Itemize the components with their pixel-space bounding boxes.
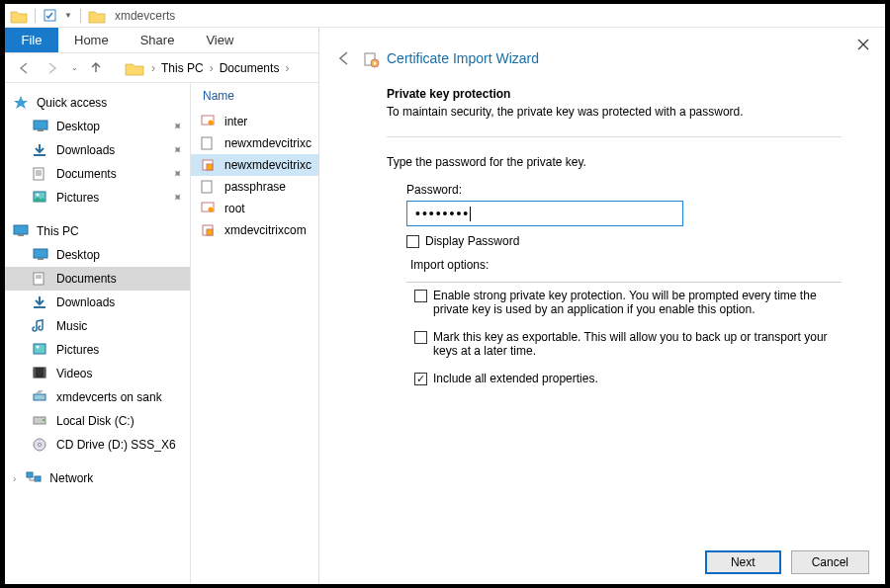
nav-desktop[interactable]: Desktop ✦ — [5, 115, 190, 138]
pfx-icon — [201, 158, 217, 172]
nav-downloads[interactable]: Downloads ✦ — [5, 138, 190, 162]
extended-properties-label: Include all extended properties. — [433, 372, 598, 385]
folder-icon — [126, 61, 141, 75]
svg-rect-39 — [207, 229, 213, 235]
svg-rect-4 — [34, 168, 44, 180]
svg-point-31 — [209, 121, 214, 126]
import-options-label: Import options: — [406, 258, 492, 272]
forward-button[interactable] — [43, 58, 62, 78]
svg-point-27 — [39, 444, 42, 447]
exportable-label: Mark this key as exportable. This will a… — [433, 330, 834, 358]
folder-icon — [11, 9, 27, 23]
document-icon — [33, 272, 48, 286]
video-icon — [33, 367, 48, 380]
disk-icon — [33, 414, 48, 428]
extended-properties-checkbox[interactable] — [414, 373, 427, 385]
nav-pane: Quick access Desktop ✦ Downloads ✦ — [5, 83, 191, 584]
network-icon — [26, 471, 42, 485]
network-drive-icon — [33, 390, 48, 404]
svg-rect-22 — [44, 368, 45, 378]
svg-rect-32 — [202, 137, 212, 149]
svg-rect-14 — [34, 273, 44, 285]
pin-icon: ✦ — [169, 119, 186, 135]
file-icon — [201, 136, 217, 150]
strong-protection-checkbox[interactable] — [414, 290, 427, 302]
wizard-icon — [363, 51, 379, 65]
password-label: Password: — [406, 183, 842, 201]
nav-pc-pictures[interactable]: Pictures — [5, 338, 190, 362]
close-button[interactable] — [849, 34, 877, 55]
password-input[interactable]: •••••••• — [406, 201, 683, 226]
tab-file[interactable]: File — [5, 28, 58, 52]
crumb-this-pc[interactable]: This PC — [161, 61, 204, 75]
pictures-icon — [33, 343, 48, 357]
chevron-right-icon[interactable]: › — [208, 61, 216, 75]
desktop-icon — [33, 120, 48, 133]
pin-icon: ✦ — [169, 190, 186, 207]
svg-rect-21 — [34, 368, 36, 378]
download-icon — [33, 143, 48, 157]
svg-rect-12 — [34, 249, 47, 258]
chevron-right-icon[interactable]: › — [283, 61, 291, 75]
nav-pc-cddrive[interactable]: CD Drive (D:) SSS_X6 — [5, 433, 190, 457]
wizard-back-button[interactable] — [333, 47, 355, 69]
display-password-label: Display Password — [425, 234, 519, 248]
svg-rect-3 — [34, 154, 45, 156]
nav-pc-localdisk[interactable]: Local Disk (C:) — [5, 409, 190, 433]
svg-rect-13 — [38, 258, 44, 260]
nav-network[interactable]: › Network — [5, 466, 190, 490]
wizard-title: Certificate Import Wizard — [387, 50, 539, 66]
nav-quick-access[interactable]: Quick access — [5, 91, 190, 115]
chevron-down-icon[interactable]: ▼ — [64, 11, 72, 20]
pfx-icon — [201, 223, 217, 237]
star-icon — [13, 96, 29, 110]
tab-view[interactable]: View — [190, 28, 249, 52]
next-button[interactable]: Next — [705, 550, 781, 574]
nav-this-pc[interactable]: This PC — [5, 219, 190, 243]
breadcrumb[interactable]: › This PC › Documents › — [149, 61, 291, 75]
exportable-checkbox[interactable] — [414, 331, 427, 344]
nav-pc-desktop[interactable]: Desktop — [5, 243, 190, 267]
chevron-right-icon[interactable]: › — [149, 61, 157, 75]
svg-point-42 — [374, 62, 377, 65]
pin-icon: ✦ — [169, 166, 186, 183]
svg-rect-35 — [202, 181, 212, 193]
folder-icon — [89, 9, 105, 23]
svg-rect-34 — [207, 164, 213, 170]
svg-point-19 — [37, 346, 40, 349]
nav-pc-music[interactable]: Music — [5, 314, 190, 338]
tab-home[interactable]: Home — [58, 28, 125, 52]
section-subtitle: To maintain security, the private key wa… — [387, 105, 842, 132]
checkbox-icon[interactable] — [44, 9, 59, 23]
desktop-icon — [33, 248, 48, 262]
nav-pc-netdrive[interactable]: xmdevcerts on sank — [5, 385, 190, 409]
svg-rect-11 — [18, 234, 24, 236]
svg-point-9 — [37, 194, 40, 197]
svg-point-37 — [209, 208, 214, 212]
svg-rect-2 — [38, 129, 44, 131]
nav-pc-videos[interactable]: Videos — [5, 362, 190, 385]
download-icon — [33, 295, 48, 309]
divider — [387, 136, 842, 137]
svg-rect-23 — [34, 394, 45, 400]
nav-documents[interactable]: Documents ✦ — [5, 162, 190, 186]
back-button[interactable] — [15, 58, 35, 78]
up-button[interactable] — [86, 58, 106, 78]
tab-share[interactable]: Share — [125, 28, 191, 52]
text-cursor — [470, 207, 471, 221]
cancel-button[interactable]: Cancel — [791, 550, 869, 574]
window-title: xmdevcerts — [111, 9, 175, 23]
nav-pc-documents[interactable]: Documents — [5, 267, 190, 291]
nav-pictures[interactable]: Pictures ✦ — [5, 186, 190, 210]
crumb-documents[interactable]: Documents — [220, 61, 280, 75]
pictures-icon — [33, 191, 48, 205]
display-password-checkbox[interactable] — [406, 235, 419, 248]
svg-rect-18 — [34, 344, 45, 354]
recent-locations-icon[interactable]: ⌄ — [71, 63, 78, 72]
document-icon — [33, 167, 48, 181]
svg-rect-1 — [34, 121, 47, 129]
chevron-right-icon: › — [13, 473, 16, 484]
music-icon — [33, 319, 48, 333]
nav-pc-downloads[interactable]: Downloads — [5, 291, 190, 314]
strong-protection-label: Enable strong private key protection. Yo… — [433, 289, 834, 316]
